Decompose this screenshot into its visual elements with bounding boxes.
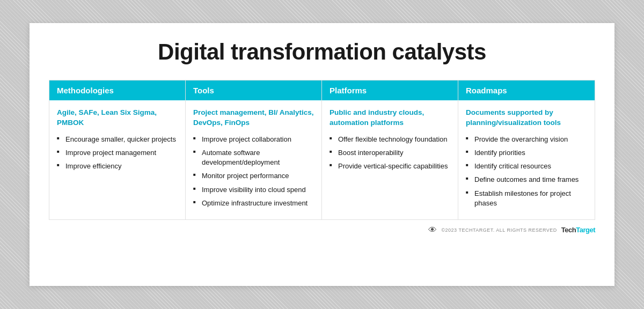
brand-logo: TechTarget <box>561 226 595 234</box>
column-header-platforms: Platforms <box>322 80 458 100</box>
column-roadmaps: RoadmapsDocuments supported by planning/… <box>458 80 595 219</box>
list-item: Identify priorities <box>466 148 587 158</box>
main-card: Digital transformation catalysts Methodo… <box>30 23 614 286</box>
column-body-tools: Project management, BI/ Analytics, DevOp… <box>186 100 321 219</box>
column-body-roadmaps: Documents supported by planning/visualiz… <box>458 100 595 219</box>
list-item: Improve project collaboration <box>193 135 314 144</box>
footer: 👁 ©2023 TECHTARGET. ALL RIGHTS RESERVED … <box>49 225 595 235</box>
copyright-text: ©2023 TECHTARGET. ALL RIGHTS RESERVED <box>441 227 557 233</box>
list-item: Establish milestones for project phases <box>466 189 587 208</box>
bullet-list-roadmaps: Provide the overarching visionIdentify p… <box>466 135 587 208</box>
list-item: Automate software development/deployment <box>193 148 314 167</box>
bullet-list-methodologies: Encourage smaller, quicker projectsImpro… <box>57 135 178 172</box>
column-subtitle-platforms: Public and industry clouds, automation p… <box>330 108 450 128</box>
list-item: Improve efficiency <box>57 161 178 171</box>
column-platforms: PlatformsPublic and industry clouds, aut… <box>322 80 458 219</box>
column-header-roadmaps: Roadmaps <box>458 80 595 100</box>
column-header-methodologies: Methodologies <box>49 80 185 100</box>
list-item: Monitor project performance <box>193 171 314 181</box>
list-item: Offer flexible technology foundation <box>330 135 450 144</box>
list-item: Boost interoperability <box>330 148 450 158</box>
bullet-list-tools: Improve project collaborationAutomate so… <box>193 135 314 208</box>
list-item: Improve visibility into cloud spend <box>193 185 314 195</box>
column-subtitle-methodologies: Agile, SAFe, Lean Six Sigma, PMBOK <box>57 108 178 128</box>
content-grid: MethodologiesAgile, SAFe, Lean Six Sigma… <box>49 80 595 220</box>
column-subtitle-roadmaps: Documents supported by planning/visualiz… <box>466 108 587 128</box>
column-methodologies: MethodologiesAgile, SAFe, Lean Six Sigma… <box>49 80 186 219</box>
column-body-platforms: Public and industry clouds, automation p… <box>322 100 458 182</box>
list-item: Provide the overarching vision <box>466 135 587 144</box>
page-title: Digital transformation catalysts <box>49 39 595 65</box>
bullet-list-platforms: Offer flexible technology foundationBoos… <box>330 135 450 172</box>
eye-icon: 👁 <box>428 225 437 235</box>
list-item: Identify critical resources <box>466 161 587 171</box>
column-subtitle-tools: Project management, BI/ Analytics, DevOp… <box>193 108 314 128</box>
column-header-tools: Tools <box>186 80 321 100</box>
list-item: Improve project management <box>57 148 178 158</box>
list-item: Optimize infrastructure investment <box>193 198 314 208</box>
list-item: Provide vertical-specific capabilities <box>330 161 450 171</box>
column-tools: ToolsProject management, BI/ Analytics, … <box>186 80 322 219</box>
column-body-methodologies: Agile, SAFe, Lean Six Sigma, PMBOKEncour… <box>49 100 185 182</box>
list-item: Define outcomes and time frames <box>466 175 587 185</box>
list-item: Encourage smaller, quicker projects <box>57 135 178 144</box>
